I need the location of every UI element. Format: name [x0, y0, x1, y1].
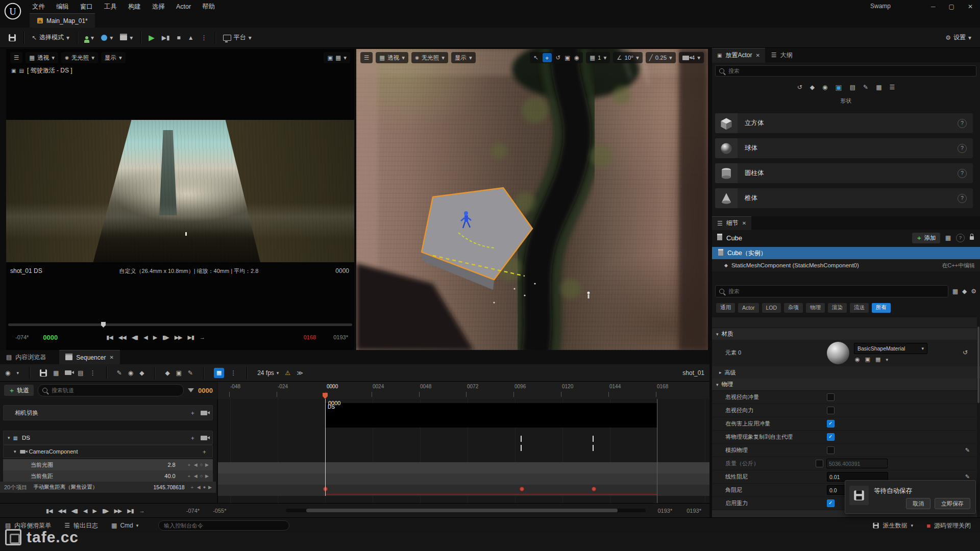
menu-item-help[interactable]: 帮助 [197, 0, 220, 13]
place-item-cube[interactable]: 立方体 ? [715, 113, 973, 133]
track-search[interactable] [38, 384, 184, 396]
blueprints-button[interactable]: ▾ [97, 31, 116, 45]
tab-place-actor[interactable]: ▣ 放置Actor ✕ [712, 48, 765, 63]
render-movie-icon[interactable]: ▤ [78, 369, 83, 377]
help-icon[interactable]: ? [958, 119, 967, 128]
play-button[interactable]: ▶ [92, 508, 96, 514]
place-item-cylinder[interactable]: 圆柱体 ? [715, 163, 973, 183]
to-end-button[interactable]: ▶▮ [188, 334, 194, 341]
playhead-marker[interactable] [323, 393, 328, 399]
help-icon[interactable]: ? [956, 234, 965, 242]
overflow-icon[interactable]: ≫ [297, 369, 303, 377]
mass-override-checkbox[interactable] [816, 460, 823, 467]
visual-effects-category-icon[interactable]: ✎ [863, 84, 868, 91]
expand-sections-icon[interactable]: ▦ [945, 234, 951, 241]
editor-mode-select[interactable]: ↖ 选择模式 ▾ [28, 31, 73, 45]
picker-icon[interactable]: ▦ [875, 356, 880, 363]
cinematics-button[interactable]: ▾ [116, 31, 136, 45]
mass-input[interactable] [826, 459, 888, 468]
world-space-icon[interactable]: ◉ [574, 54, 579, 61]
cmd-dropdown[interactable]: ▦ Cmd ▾ [111, 522, 138, 529]
frame-back-button[interactable]: ◀ [143, 334, 147, 341]
material-preview-sphere[interactable] [827, 342, 849, 364]
track-camera-component[interactable]: ▾ CameraComponent ＋ [3, 445, 213, 458]
track-camera-cuts[interactable]: 相机切换 ＋ [3, 405, 213, 420]
property-value[interactable]: 40.0 [164, 473, 175, 479]
track-search-input[interactable] [51, 387, 179, 394]
scale-tool-icon[interactable]: ▣ [565, 54, 570, 61]
help-icon[interactable]: ? [958, 194, 967, 203]
tab-outliner[interactable]: ☰ 大纲 [765, 48, 799, 62]
red-keyframe[interactable] [520, 487, 524, 491]
scrubber-handle[interactable] [101, 322, 106, 328]
find-in-browser-icon[interactable]: ▦ [53, 369, 59, 377]
rotation-snap-control[interactable]: ∠10°▾ [613, 52, 642, 63]
timeline-scrollbar[interactable] [286, 509, 646, 512]
tab-main-map[interactable]: Main_Map_01* [30, 13, 95, 28]
view-mode-dropdown[interactable]: ◉无光照▾ [411, 52, 448, 63]
autosave-save-now-button[interactable]: 立即保存 [935, 498, 970, 509]
select-tool-icon[interactable]: ↖ [533, 54, 538, 61]
filter-actor[interactable]: Actor [738, 303, 759, 313]
main-viewport[interactable]: ☰ ▦透视▾ ◉无光照▾ 显示▾ ↖ ＋ ↺ ▣ ◉ ▦1▾ ∠10°▾ ╱0.… [356, 49, 708, 350]
help-icon[interactable]: ? [958, 144, 967, 153]
gravity-checkbox[interactable] [827, 499, 835, 507]
basic-category-icon[interactable]: ◆ [810, 84, 815, 91]
checkbox[interactable] [827, 393, 835, 401]
next-key-button[interactable]: ▶▶ [175, 334, 182, 341]
all-categories-icon[interactable]: ☰ [890, 84, 895, 91]
keying-options-icon[interactable]: ◆ [139, 369, 144, 377]
playhead-line[interactable] [325, 399, 326, 496]
details-settings-icon[interactable]: ⚙ [971, 288, 976, 295]
red-keyframe[interactable] [592, 487, 596, 491]
curve-editor-icon[interactable]: ✎ [117, 369, 122, 377]
keyframe[interactable] [521, 445, 522, 451]
keyframe[interactable] [593, 445, 594, 451]
frame-fwd-button[interactable]: ▮▶ [102, 508, 109, 514]
details-scrollbar[interactable] [977, 327, 979, 403]
add-track-button[interactable]: ＋ 轨道 [4, 385, 34, 396]
checkbox[interactable] [827, 407, 835, 414]
autosave-cancel-button[interactable]: 取消 [906, 498, 930, 509]
menu-item-window[interactable]: 窗口 [75, 0, 99, 13]
close-tab-icon[interactable]: ✕ [755, 53, 760, 58]
playback-options-icon[interactable]: ◉ [128, 369, 133, 377]
grid-snap-control[interactable]: ▦1▾ [586, 52, 610, 63]
advanced-section[interactable]: ▸ 高级 [712, 366, 980, 379]
tab-content-browser[interactable]: ▤ 内容浏览器 [0, 350, 52, 364]
filter-general[interactable]: 通用 [716, 303, 735, 313]
scale-snap-control[interactable]: ╱0.25▾ [646, 52, 676, 63]
sequence-browse-icon[interactable]: ◉ [5, 369, 10, 377]
save-sequence-icon[interactable] [40, 369, 47, 377]
next-key-icon[interactable]: ▶ [205, 462, 209, 467]
close-tab-icon[interactable]: ✕ [109, 355, 113, 360]
settings-button[interactable]: ⚙ 设置 ▾ [942, 31, 975, 45]
menu-item-select[interactable]: 选择 [146, 0, 170, 13]
loop-button[interactable]: → [139, 508, 144, 514]
reset-icon[interactable]: ↺ [963, 349, 968, 356]
checkbox[interactable] [827, 420, 835, 428]
view-mode-dropdown[interactable]: ◉无光照▾ [61, 52, 98, 63]
play-options-button[interactable]: ⋮ [198, 31, 211, 45]
filter-all[interactable]: 所有 [872, 303, 891, 313]
place-actor-search[interactable] [715, 65, 976, 77]
key-dot-icon[interactable]: ● [203, 485, 206, 490]
timeline-content[interactable]: DS 0000 [218, 399, 709, 503]
advanced-toggle-icon[interactable]: ✎ [965, 473, 970, 480]
frame-back-button[interactable]: ◀ [83, 508, 87, 514]
frame-fwd-button[interactable]: ▮▶ [162, 334, 169, 341]
close-icon[interactable]: ✕ [968, 3, 973, 10]
add-section-icon[interactable]: ＋ [190, 434, 196, 442]
track-aperture[interactable]: 当前光圈 2.8 ＋◀○▶ [3, 459, 213, 470]
auto-key-icon[interactable]: ◆ [165, 369, 169, 377]
copy-icon[interactable]: ▣ [865, 356, 870, 363]
key-dot-icon[interactable]: ○ [200, 473, 203, 479]
viewport-menu-button[interactable]: ☰ [360, 52, 373, 63]
menu-item-edit[interactable]: 编辑 [51, 0, 75, 13]
add-component-button[interactable]: ＋ 添加 [912, 233, 940, 243]
component-row[interactable]: ◆ StaticMeshComponent (StaticMeshCompone… [712, 259, 980, 271]
key-dot-icon[interactable]: ○ [200, 462, 203, 467]
lights-category-icon[interactable]: ◉ [822, 84, 827, 91]
add-key-icon[interactable]: ＋ [187, 462, 191, 468]
menu-item-tools[interactable]: 工具 [99, 0, 122, 13]
